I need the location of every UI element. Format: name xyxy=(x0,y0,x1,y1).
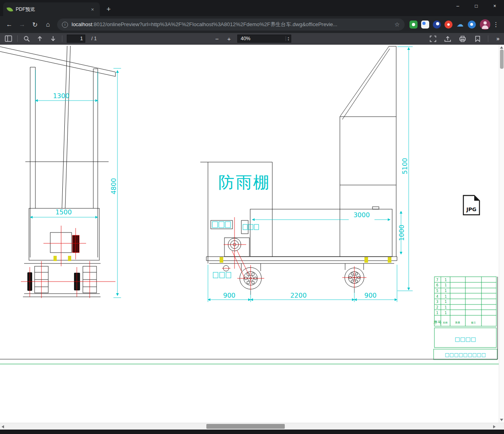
print-icon[interactable] xyxy=(458,34,467,43)
side-view-centerlines xyxy=(222,217,366,295)
bom-row-no: 6 xyxy=(436,284,438,287)
more-tools-icon[interactable]: » xyxy=(494,35,502,42)
extension-icon-3-glyph xyxy=(436,22,439,25)
zoom-spinner-icon: ▴ ▾ xyxy=(286,36,290,41)
horizontal-scroll-thumb[interactable] xyxy=(206,424,285,429)
bom-header-qty: 数量 xyxy=(455,321,460,324)
extension-icon-3[interactable] xyxy=(433,21,441,29)
extension-icon-6[interactable] xyxy=(468,21,476,29)
bom-row-no: 1 xyxy=(436,311,438,315)
extension-icon-1-glyph xyxy=(412,23,415,26)
back-icon[interactable]: ← xyxy=(3,19,15,31)
front-view-geometry xyxy=(0,46,115,297)
cloud-extension-icon[interactable]: ☁ xyxy=(456,21,464,29)
url-host: localhost xyxy=(72,21,92,27)
extension-icon-1[interactable] xyxy=(409,21,418,29)
new-tab-button[interactable]: + xyxy=(104,5,113,14)
leaf-favicon-icon xyxy=(6,6,13,13)
title-block-rows: 71 61 51 41 31 21 11 xyxy=(436,278,446,315)
profile-avatar[interactable] xyxy=(480,19,490,30)
page-total-label: / 1 xyxy=(91,36,97,41)
page-info-icon[interactable]: i xyxy=(62,22,68,28)
browser-menu-icon[interactable]: ⋮ xyxy=(491,19,501,31)
window-controls: – □ × xyxy=(448,0,504,12)
bom-row-qty: 1 xyxy=(444,295,446,298)
pdf-toolbar: / 1 − + 40% ▴ ▾ xyxy=(0,33,504,45)
pdf-toolbar-left: / 1 xyxy=(0,34,97,43)
extension-icon-4[interactable] xyxy=(444,21,453,29)
side-view-pads xyxy=(220,257,391,263)
bom-row-qty: 1 xyxy=(444,306,446,309)
bom-header-note: 备注 xyxy=(471,321,476,324)
sidebar-toggle-icon[interactable] xyxy=(4,34,13,43)
pdf-viewer-page: 1300 1500 4800 xyxy=(0,45,504,423)
title-block-name-text: □□□□ xyxy=(455,336,476,342)
rain-shelter-label: 防雨棚 xyxy=(218,173,270,191)
close-button[interactable]: × xyxy=(485,0,504,12)
side-view-geometry xyxy=(200,46,397,289)
vertical-scroll-thumb[interactable] xyxy=(500,49,504,69)
tab-close-icon[interactable]: × xyxy=(89,6,96,12)
cad-drawing: 1300 1500 4800 xyxy=(0,45,499,423)
zoom-in-icon[interactable]: + xyxy=(225,35,233,42)
dim-900-left-label: 900 xyxy=(223,292,236,299)
url-omnibox[interactable]: i localhost:8012/onlinePreview?url=http%… xyxy=(57,19,405,31)
tab-title: PDF预览 xyxy=(16,6,86,13)
pdf-toolbar-center: − + 40% ▴ ▾ xyxy=(213,35,291,43)
avatar-body xyxy=(482,25,488,29)
spinner-down-icon: ▾ xyxy=(288,39,289,41)
dim-1500-label: 1500 xyxy=(56,208,72,216)
title-block-strip-text: □□□□□□□□□ xyxy=(445,352,486,358)
scroll-up-arrow-icon[interactable] xyxy=(500,46,503,49)
bom-row-qty: 1 xyxy=(444,278,446,282)
bom-row-no: 3 xyxy=(436,300,438,304)
jpg-stamp-label: JPG xyxy=(466,206,476,212)
window-bottom-edge xyxy=(0,430,504,434)
reload-icon[interactable]: ↻ xyxy=(29,19,41,31)
bom-row-no: 4 xyxy=(436,295,438,298)
minimize-button[interactable]: – xyxy=(448,0,467,12)
scroll-down-arrow-icon[interactable] xyxy=(500,419,503,421)
zoom-out-icon[interactable]: − xyxy=(213,35,221,42)
extension-icon-2-glyph xyxy=(422,22,426,25)
bookmark-star-icon[interactable]: ☆ xyxy=(395,21,400,28)
dim-1000-label: 1000 xyxy=(398,225,405,241)
dim-2200-label: 2200 xyxy=(290,292,307,299)
maximize-button[interactable]: □ xyxy=(467,0,485,12)
address-bar: ← → ↻ ⌂ i localhost:8012/onlinePreview?u… xyxy=(0,16,504,33)
scroll-right-arrow-icon[interactable] xyxy=(493,425,496,428)
title-block-header: 序号 名称 数量 备注 xyxy=(434,320,476,325)
scroll-left-arrow-icon[interactable] xyxy=(2,425,4,428)
forward-icon[interactable]: → xyxy=(16,19,28,31)
home-icon[interactable]: ⌂ xyxy=(42,19,54,31)
extensions-row: ☁ xyxy=(409,21,476,29)
bom-row-qty: 1 xyxy=(444,289,446,293)
tab-strip: PDF预览 × + – □ × xyxy=(0,0,504,16)
bom-header-no: 序号 xyxy=(434,320,442,325)
browser-window: PDF预览 × + – □ × ← → ↻ ⌂ i localhost:8012… xyxy=(0,0,504,434)
bom-row-no: 2 xyxy=(436,306,438,309)
dim-4800-label: 4800 xyxy=(110,178,117,195)
open-file-icon[interactable] xyxy=(443,34,452,43)
zoom-select[interactable]: 40% ▴ ▾ xyxy=(237,35,291,43)
extension-icon-6-glyph xyxy=(470,23,473,26)
next-page-icon[interactable] xyxy=(49,34,58,43)
dim-1300-label: 1300 xyxy=(53,92,70,100)
previous-page-icon[interactable] xyxy=(35,34,44,43)
tab-pdf-preview[interactable]: PDF预览 × xyxy=(3,2,100,16)
search-icon[interactable] xyxy=(22,34,31,43)
bookmark-icon[interactable] xyxy=(473,34,482,43)
horizontal-scrollbar[interactable] xyxy=(0,423,504,430)
toolbar-separator xyxy=(17,35,18,42)
title-block-grid xyxy=(434,277,497,360)
jpg-file-stamp: JPG xyxy=(463,195,479,215)
pdf-toolbar-right: » xyxy=(428,34,502,43)
vertical-scrollbar[interactable] xyxy=(499,45,504,423)
bom-row-no: 7 xyxy=(436,278,438,282)
bom-row-qty: 1 xyxy=(444,311,446,315)
presentation-mode-icon[interactable] xyxy=(428,34,437,43)
extension-icon-4-glyph xyxy=(447,23,450,26)
toolbar-separator xyxy=(62,35,62,42)
page-number-input[interactable] xyxy=(67,35,85,43)
extension-icon-2[interactable] xyxy=(421,21,429,29)
